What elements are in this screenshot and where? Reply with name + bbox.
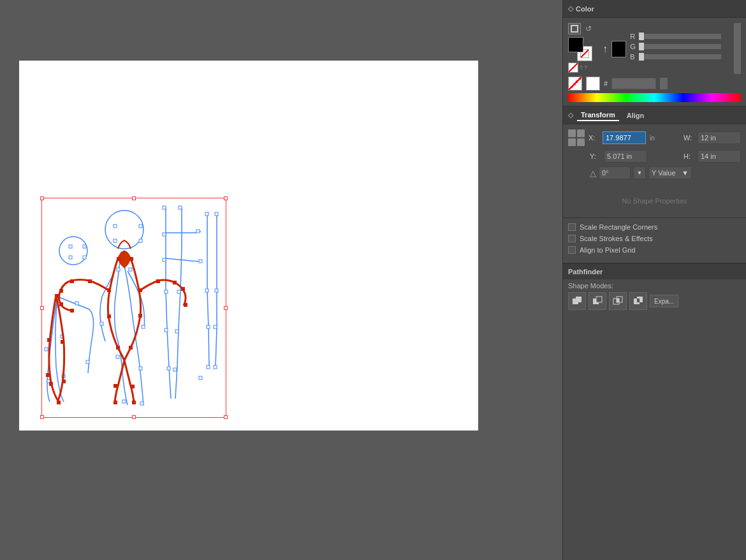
no-shape-props: No Shape Properties	[563, 184, 746, 217]
w-label: W:	[684, 134, 694, 142]
minus-front-icon	[592, 295, 603, 307]
transform-header: ◇ Transform Align	[563, 107, 746, 124]
pathfinder-header: Pathfinder	[563, 264, 746, 279]
svg-rect-83	[637, 298, 640, 302]
icons-row: ↺	[568, 23, 596, 34]
artboard	[19, 61, 478, 431]
intersect-icon	[612, 295, 624, 307]
color-spectrum[interactable]	[568, 93, 741, 102]
question-marks: ?	[580, 64, 583, 71]
canvas-area	[0, 0, 562, 560]
question-marks2: ?	[584, 64, 587, 71]
minus-front-btn[interactable]	[589, 292, 606, 310]
angle-input[interactable]	[599, 166, 631, 179]
expand-button[interactable]: Expa...	[650, 295, 678, 307]
selection-box	[41, 198, 226, 418]
extra-swatches: ? ?	[568, 63, 596, 73]
tab-align[interactable]: Align	[623, 110, 648, 121]
arrow-up-icon: ↑	[603, 43, 608, 55]
handle-tc[interactable]	[132, 196, 136, 200]
right-panel: ◇ Color ↺	[562, 0, 746, 560]
unite-icon	[571, 295, 583, 307]
b-label: B	[630, 53, 636, 61]
none-icon[interactable]	[568, 63, 578, 73]
x-input[interactable]	[603, 131, 646, 144]
align-pixel-label: Align to Pixel Grid	[580, 246, 635, 254]
fill-icon[interactable]	[568, 23, 581, 34]
angle-row: △ ▼ Y Value ▼	[590, 166, 741, 179]
align-grid-icon[interactable]	[568, 129, 585, 146]
color-section: ◇ Color ↺	[563, 0, 746, 106]
b-slider[interactable]	[639, 54, 721, 59]
handle-br[interactable]	[224, 415, 228, 419]
b-row: B	[630, 53, 730, 61]
y-value-arrow: ▼	[682, 169, 689, 177]
none-swatch-bottom[interactable]	[568, 77, 582, 91]
color-panel-arrow: ◇	[568, 4, 573, 13]
unite-btn[interactable]	[568, 292, 586, 310]
g-slider[interactable]	[639, 44, 721, 49]
h-label: H:	[684, 152, 694, 160]
h-input[interactable]	[698, 150, 741, 163]
hex-input[interactable]	[611, 78, 656, 89]
hex-right-bar	[660, 78, 668, 89]
angle-icon: △	[590, 168, 596, 178]
handle-bc[interactable]	[132, 415, 136, 419]
white-swatch-bottom[interactable]	[586, 77, 600, 91]
y-value-dropdown[interactable]: Y Value ▼	[648, 166, 692, 179]
scale-strokes-row: Scale Strokes & Effects	[568, 235, 741, 242]
main-fill-swatch[interactable]	[611, 41, 626, 57]
tab-transform[interactable]: Transform	[577, 110, 619, 121]
transform-header-arrow: ◇	[568, 111, 573, 119]
align-pixel-checkbox[interactable]	[568, 246, 576, 254]
scale-rect-label: Scale Rectangle Corners	[580, 223, 657, 231]
fill-swatch[interactable]	[568, 37, 583, 52]
xw-row: X: in W:	[568, 129, 741, 146]
pathfinder-section: Pathfinder Shape Modes:	[563, 263, 746, 310]
swap-colors-icon[interactable]: ↺	[582, 23, 595, 34]
exclude-icon	[633, 295, 644, 307]
svg-rect-75	[576, 297, 581, 302]
pathfinder-title: Pathfinder	[568, 268, 603, 276]
checkboxes-section: Scale Rectangle Corners Scale Strokes & …	[563, 217, 746, 263]
g-row: G	[630, 43, 730, 50]
r-label: R	[630, 33, 636, 40]
shape-modes-label: Shape Modes:	[563, 279, 746, 292]
handle-mr[interactable]	[224, 306, 228, 310]
transform-section: ◇ Transform Align X: in W:	[563, 106, 746, 217]
scale-rect-row: Scale Rectangle Corners	[568, 223, 741, 231]
shape-mode-buttons: Expa...	[563, 292, 746, 310]
right-color-bar	[734, 23, 741, 74]
color-controls: ↺ ? ?	[563, 18, 746, 106]
y-input[interactable]	[604, 150, 647, 163]
handle-bl[interactable]	[40, 415, 44, 419]
r-row: R	[630, 33, 730, 40]
y-value-label: Y Value	[652, 169, 676, 177]
x-unit: in	[650, 135, 655, 142]
fill-stroke-area: ↺ ? ?	[568, 23, 596, 73]
exclude-btn[interactable]	[629, 292, 647, 310]
align-pixel-row: Align to Pixel Grid	[568, 246, 741, 254]
r-slider[interactable]	[639, 34, 721, 39]
intersect-btn[interactable]	[609, 292, 627, 310]
handle-ml[interactable]	[40, 306, 44, 310]
handle-tr[interactable]	[224, 196, 228, 200]
svg-rect-77	[596, 297, 602, 302]
hash-label: #	[604, 80, 608, 87]
color-panel-header: ◇ Color	[563, 0, 746, 18]
color-row-top: ↺ ? ?	[568, 22, 741, 74]
w-input[interactable]	[698, 131, 741, 144]
color-panel-title: Color	[576, 5, 594, 13]
hex-row: #	[568, 77, 741, 91]
handle-tl[interactable]	[40, 196, 44, 200]
svg-rect-80	[617, 298, 619, 302]
scale-strokes-label: Scale Strokes & Effects	[580, 235, 653, 242]
angle-dropdown-arrow[interactable]: ▼	[633, 166, 646, 179]
scale-strokes-checkbox[interactable]	[568, 235, 576, 242]
yh-row: Y: H:	[590, 150, 741, 163]
g-label: G	[630, 43, 636, 50]
arrow-up-area: ↑	[603, 41, 608, 55]
scale-rect-checkbox[interactable]	[568, 223, 576, 231]
y-label: Y:	[590, 152, 600, 160]
x-label: X:	[589, 134, 599, 142]
